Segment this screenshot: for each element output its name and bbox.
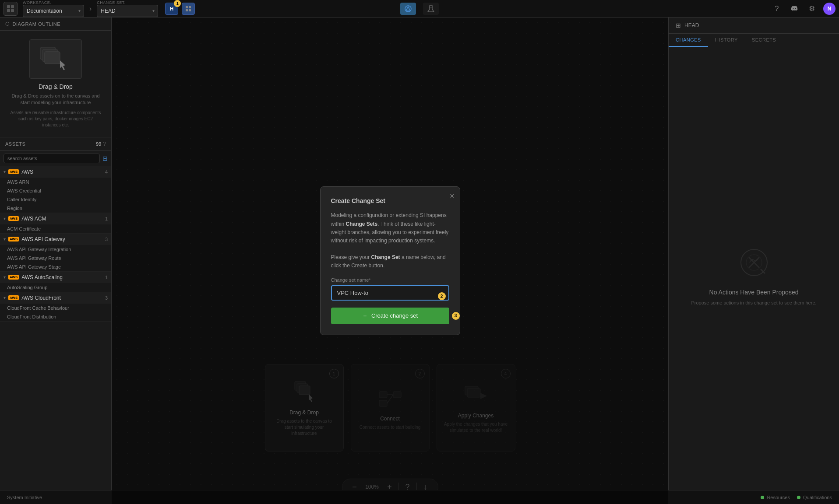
create-changeset-label: Create change set [371,312,418,319]
modal-title: Create Change Set [331,197,449,204]
list-item[interactable]: AWS Credential [0,186,111,195]
asset-group-apigw-header[interactable]: ▾ AWS AWS API Gateway 3 [0,234,111,245]
modal-body-text3: Please give your [331,254,371,260]
acm-group-name: AWS ACM [21,216,102,222]
list-item[interactable]: CloudFront Distribution [0,312,111,321]
autoscaling-group-count: 1 [105,275,108,280]
preview-subtitle: Drag & Drop assets on to the canvas and … [9,93,102,106]
list-item[interactable]: CloudFront Cache Behaviour [0,304,111,312]
asset-group-cloudfront: ▾ AWS AWS CloudFront 3 CloudFront Cache … [0,292,111,322]
cloudfront-toggle-icon: ▾ [4,295,6,300]
asset-group-aws-header[interactable]: ▾ AWS AWS 4 [0,166,111,178]
right-panel-header: ⊞ HEAD [669,18,839,34]
list-item[interactable]: AWS API Gateway Integration [0,245,111,254]
aws-toggle-icon: ▾ [4,169,6,174]
list-item[interactable]: AWS API Gateway Stage [0,262,111,271]
changeset-label: CHANGE SET: [97,0,158,5]
canvas-area[interactable]: 1 Drag & Drop Drag assets to the canvas … [112,18,668,504]
help-icon[interactable]: ? [771,3,783,15]
acm-toggle-icon: ▾ [4,216,6,221]
topbar-right: ? ⚙ N [771,3,835,15]
asset-group-cloudfront-header[interactable]: ▾ AWS AWS CloudFront 3 [0,292,111,304]
cloudfront-group-name: AWS CloudFront [21,295,102,301]
svg-rect-2 [7,9,10,12]
cloudfront-badge: AWS [8,295,19,300]
resources-status: Resources [761,495,790,500]
panel-tabs: CHANGES HISTORY SECRETS [669,34,839,47]
discord-icon[interactable] [788,3,800,15]
diagram-icon: ⬡ [5,21,10,27]
search-input[interactable] [4,154,100,163]
tab-secrets[interactable]: SECRETS [745,34,783,47]
topbar: WORKSPACE: Documentation › CHANGE SET: H… [0,0,839,18]
nav-lab-btn[interactable] [423,3,439,15]
app-name: System Initiative [7,495,42,500]
aws-badge: AWS [8,169,19,174]
left-sidebar: ⬡ DIAGRAM OUTLINE Drag & Drop Drag & Dro… [0,18,112,504]
assets-header: ASSETS 99 ? [0,137,111,151]
list-item[interactable]: AWS ARN [0,178,111,186]
apigw-toggle-icon: ▾ [4,237,6,242]
panel-head-title: HEAD [684,22,699,28]
no-actions-desc: Propose some actions in this change set … [691,299,816,307]
aws-group-items: AWS ARN AWS Credential Caller Identity R… [0,178,111,213]
list-item[interactable]: Region [0,204,111,213]
user-avatar[interactable]: N [823,3,835,15]
svg-rect-0 [7,5,10,8]
assets-list: ▾ AWS AWS 4 AWS ARN AWS Credential Calle… [0,166,111,504]
badge-1: 1 [174,0,181,7]
workspace-label: WORKSPACE: [23,0,84,5]
autoscaling-badge: AWS [8,275,19,280]
tab-history[interactable]: HISTORY [708,34,745,47]
changeset-select[interactable]: HEAD [97,5,158,17]
preview-canvas [29,39,82,79]
panel-head-icon: ⊞ [676,22,681,29]
svg-rect-5 [189,6,191,8]
settings-icon[interactable]: ⚙ [806,3,818,15]
modal-overlay[interactable]: Create Change Set × Modeling a configura… [112,18,668,504]
autoscaling-group-name: AWS AutoScaling [21,274,102,280]
diagram-outline-label: DIAGRAM OUTLINE [13,21,61,27]
list-item[interactable]: AWS API Gateway Route [0,254,111,262]
acm-group-count: 1 [105,216,108,221]
plus-icon: ＋ [362,312,368,320]
main-layout: ⬡ DIAGRAM OUTLINE Drag & Drop Drag & Dro… [0,18,839,504]
filter-icon[interactable]: ⊟ [102,155,108,162]
changeset-name-input[interactable] [331,285,449,301]
btn-h-wrapper: H 1 [165,3,178,15]
badge-3: 3 [452,312,460,320]
apigw-group-name: AWS API Gateway [21,236,102,242]
qualifications-status: Qualifications [797,495,832,500]
svg-rect-4 [186,6,188,8]
acm-badge: AWS [8,216,19,221]
modal-body: Modeling a configuration or extending SI… [331,211,449,270]
asset-group-acm: ▾ AWS AWS ACM 1 ACM Certificate [0,213,111,234]
asset-group-acm-header[interactable]: ▾ AWS AWS ACM 1 [0,213,111,224]
modal-body-bold1: Change Sets [346,221,378,227]
topbar-nav [400,3,439,15]
asset-group-autoscaling: ▾ AWS AWS AutoScaling 1 AutoScaling Grou… [0,272,111,292]
field-label: Change set name* [331,277,449,283]
workspace-select[interactable]: Documentation [23,5,84,17]
list-item[interactable]: Caller Identity [0,195,111,204]
svg-marker-9 [406,7,410,11]
list-item[interactable]: AutoScaling Group [0,283,111,292]
app-logo [4,2,18,16]
tab-changes[interactable]: CHANGES [669,34,708,47]
asset-group-autoscaling-header[interactable]: ▾ AWS AWS AutoScaling 1 [0,272,111,283]
create-changeset-button[interactable]: ＋ Create change set [331,308,449,324]
preview-title: Drag & Drop [39,83,73,90]
list-item[interactable]: ACM Certificate [0,224,111,233]
apigw-group-items: AWS API Gateway Integration AWS API Gate… [0,245,111,271]
assets-help-icon[interactable]: ? [103,141,106,147]
apigw-badge: AWS [8,237,19,242]
svg-rect-13 [45,52,60,64]
nav-diagram-btn[interactable] [400,3,416,15]
btn-grid[interactable] [182,3,195,15]
modal-close-button[interactable]: × [450,192,455,200]
autoscaling-group-items: AutoScaling Group [0,283,111,292]
diagram-outline-header: ⬡ DIAGRAM OUTLINE [0,18,111,31]
resources-status-dot [761,496,764,499]
right-panel: ⊞ HEAD CHANGES HISTORY SECRETS No Action… [668,18,839,504]
preview-desc: Assets are reusable infrastructure compo… [9,110,102,128]
